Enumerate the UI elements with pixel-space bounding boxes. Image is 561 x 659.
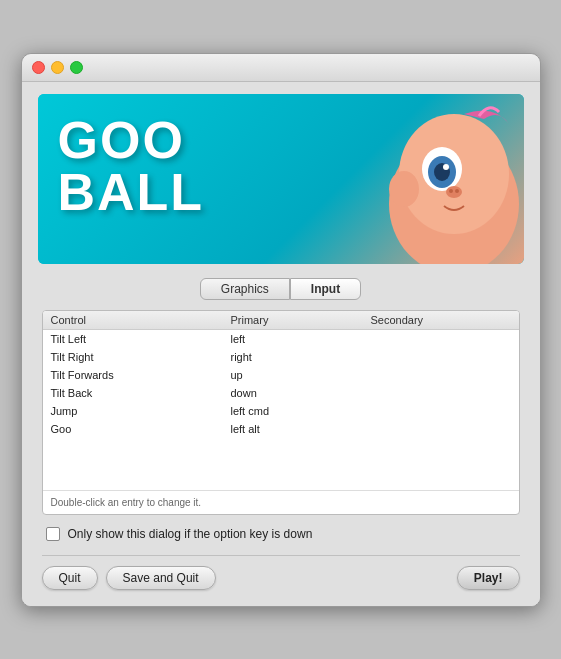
cell-primary: right xyxy=(231,350,371,364)
save-quit-button[interactable]: Save and Quit xyxy=(106,566,216,590)
bottom-buttons: Quit Save and Quit Play! xyxy=(42,566,520,590)
divider xyxy=(42,555,520,556)
checkbox-row[interactable]: Only show this dialog if the option key … xyxy=(46,527,516,541)
cell-control: Jump xyxy=(51,404,231,418)
cell-secondary xyxy=(371,422,511,436)
svg-point-6 xyxy=(443,164,449,170)
tabs-row: Graphics Input xyxy=(38,278,524,300)
option-key-checkbox[interactable] xyxy=(46,527,60,541)
left-buttons: Quit Save and Quit xyxy=(42,566,216,590)
table-row[interactable]: Jumpleft cmd xyxy=(43,402,519,420)
controls-table: Control Primary Secondary Tilt LeftleftT… xyxy=(42,310,520,515)
cell-control: Tilt Left xyxy=(51,332,231,346)
maximize-button[interactable] xyxy=(70,61,83,74)
svg-point-7 xyxy=(446,186,462,198)
col-header-secondary: Secondary xyxy=(371,314,511,326)
cell-secondary xyxy=(371,386,511,400)
tab-input[interactable]: Input xyxy=(290,278,361,300)
cell-primary: left xyxy=(231,332,371,346)
cell-control: Goo xyxy=(51,422,231,436)
cell-control: Tilt Right xyxy=(51,350,231,364)
titlebar xyxy=(22,54,540,82)
table-row[interactable]: Tilt Forwardsup xyxy=(43,366,519,384)
table-hint: Double-click an entry to change it. xyxy=(43,490,519,514)
col-header-control: Control xyxy=(51,314,231,326)
cell-primary: left cmd xyxy=(231,404,371,418)
table-row[interactable]: Tilt Backdown xyxy=(43,384,519,402)
cell-primary: up xyxy=(231,368,371,382)
minimize-button[interactable] xyxy=(51,61,64,74)
svg-point-9 xyxy=(455,189,459,193)
game-title: GOO BALL xyxy=(58,114,205,218)
table-row[interactable]: Tilt Rightright xyxy=(43,348,519,366)
cell-primary: down xyxy=(231,386,371,400)
traffic-lights xyxy=(32,61,83,74)
cell-control: Tilt Forwards xyxy=(51,368,231,382)
title-ball: BALL xyxy=(58,166,205,218)
cell-secondary xyxy=(371,350,511,364)
title-goo: GOO xyxy=(58,114,205,166)
cell-primary: left alt xyxy=(231,422,371,436)
table-row[interactable]: Tilt Leftleft xyxy=(43,330,519,348)
tab-graphics[interactable]: Graphics xyxy=(200,278,290,300)
play-button[interactable]: Play! xyxy=(457,566,520,590)
svg-point-2 xyxy=(389,171,419,207)
close-button[interactable] xyxy=(32,61,45,74)
table-row[interactable]: Gooleft alt xyxy=(43,420,519,438)
cell-secondary xyxy=(371,332,511,346)
window-content: GOO BALL xyxy=(22,82,540,606)
quit-button[interactable]: Quit xyxy=(42,566,98,590)
main-window: GOO BALL xyxy=(21,53,541,607)
cell-control: Tilt Back xyxy=(51,386,231,400)
cell-secondary xyxy=(371,404,511,418)
col-header-primary: Primary xyxy=(231,314,371,326)
table-header: Control Primary Secondary xyxy=(43,311,519,330)
checkbox-label: Only show this dialog if the option key … xyxy=(68,527,313,541)
banner-background: GOO BALL xyxy=(38,94,524,264)
character-face xyxy=(324,94,524,264)
table-body: Tilt LeftleftTilt RightrightTilt Forward… xyxy=(43,330,519,490)
cell-secondary xyxy=(371,368,511,382)
banner: GOO BALL xyxy=(38,94,524,264)
svg-point-8 xyxy=(449,189,453,193)
